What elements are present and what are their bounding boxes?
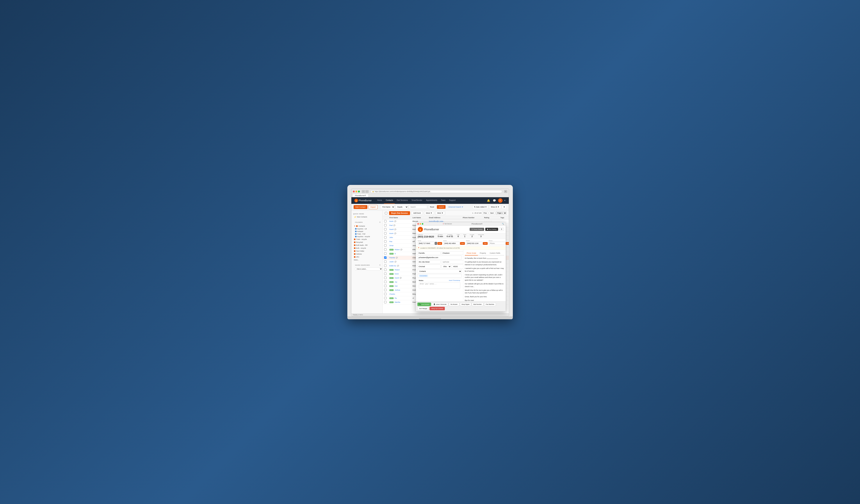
close-button[interactable] [353,191,355,192]
contact-first-name-link[interactable]: Marsha [395,301,400,303]
phone-input-2[interactable] [443,242,460,245]
folders-settings-icon[interactable]: ⚙ [379,221,381,223]
more-button[interactable]: More ▼ [435,211,445,215]
tab-custom-fields[interactable]: Custom Fields [488,251,502,256]
show-count-button[interactable]: Show 25 ▼ [489,205,501,209]
last-name-field[interactable] [441,251,463,255]
tag-input-area[interactable]: Convention [417,274,462,277]
next-page-button[interactable]: Next [489,212,495,215]
saved-searches-gear-icon[interactable]: ⚙ [379,264,381,266]
minimize-button[interactable] [356,191,357,192]
folder-jrc[interactable]: JRC [352,256,383,258]
user-dropdown-icon[interactable]: ▼ [504,199,506,201]
phone-toggle-1[interactable]: • [435,242,437,245]
busy-signal-button[interactable]: Busy Signal [460,303,471,306]
subfolder-trials-pull[interactable]: Trials - Pull [353,233,383,235]
import-button[interactable]: Import [369,205,378,209]
saved-searches-select[interactable]: Click to select... [355,268,383,271]
state-select[interactable]: Ohio [441,264,451,269]
folder-bulk-recycle[interactable]: Bulk - recycle [352,247,383,249]
hang-up-delete-button[interactable]: Hang Up & Delete [430,307,445,310]
row-checkbox[interactable] [384,236,387,239]
refresh-button[interactable]: ↻ [504,190,507,193]
no-answer-button[interactable]: No Answer [449,303,459,306]
search-button[interactable]: Search [437,205,446,209]
apt-suite-field[interactable] [441,260,463,264]
row-checkbox[interactable] [384,264,387,267]
row-checkbox[interactable] [384,260,387,263]
notification-bell-icon[interactable]: 🔔 [486,198,491,203]
row-checkbox[interactable] [384,277,387,279]
row-checkbox[interactable] [384,269,387,271]
contact-first-name-link[interactable]: Robert [395,249,400,250]
leave-voicemail-button[interactable]: 📱 Leave Voicemail [432,303,448,306]
contact-first-name-link[interactable]: John [389,236,393,239]
col-last-name[interactable]: Last Name [411,216,428,219]
address-field[interactable] [417,260,441,264]
folder-trials-recycle[interactable]: Trials - recycle [352,238,383,241]
subfolder-inquiries-recycle[interactable]: Inquiries - recycle [353,235,383,238]
contact-first-name-link[interactable]: Kevin [389,232,394,234]
nav-item-appointments[interactable]: Appointments [424,197,439,204]
contact-first-name-link[interactable]: Joshua [395,289,400,291]
contact-first-name-link[interactable]: Pamela [389,257,395,259]
add-contact-button[interactable]: Add Contact [354,205,368,209]
nav-item-support[interactable]: Support [447,197,458,204]
row-checkbox[interactable] [384,244,387,247]
row-checkbox[interactable] [384,232,387,234]
contact-first-name-link[interactable]: Robert [395,269,400,271]
col-rating[interactable]: Rating [483,216,499,219]
advanced-search-button[interactable]: Advanced Search ▼ [447,205,465,208]
popup-close-dot[interactable] [417,223,419,225]
date-added-button[interactable]: ⇅ Date Added ▼ [472,205,488,209]
begin-dial-session-button[interactable]: Begin Dial-Session [389,211,410,215]
folder-contacts[interactable]: ▼ Contacts [352,225,383,228]
dial-button-1[interactable]: Dial [438,242,442,245]
row-checkbox[interactable] [384,220,387,222]
folder-more[interactable]: More... [352,258,383,261]
contact-first-name-link[interactable]: Ra [395,297,397,299]
tab-property[interactable]: Property [478,251,488,256]
email-field[interactable] [417,256,462,259]
dial-button-2[interactable]: Dial [460,242,465,245]
phone-input-4[interactable] [489,242,505,245]
row-checkbox[interactable] [384,253,387,255]
contact-first-name-link[interactable]: Omar [389,245,394,246]
select-all-checkbox[interactable] [385,212,387,214]
contact-first-name-link[interactable]: David [389,229,394,230]
row-checkbox[interactable] [384,273,387,275]
filter-field-select[interactable]: First Name Last Name Email [380,205,395,209]
contact-first-name-link[interactable]: Charles [389,293,395,295]
contact-first-name-link[interactable]: Justin [389,261,394,263]
col-phone[interactable]: Phone Number [461,216,483,219]
col-tags[interactable]: Tags [499,216,509,219]
contact-first-name-link[interactable]: Kevin [389,220,394,222]
pause-dialing-button[interactable]: ⏸ Pause Dialing [470,228,484,231]
nav-item-contacts[interactable]: Contacts [384,197,395,204]
zip-field[interactable] [452,264,463,269]
city-field[interactable] [417,264,441,269]
row-checkbox[interactable] [384,248,387,251]
folder-test[interactable]: Test Folder [352,249,383,253]
just-hangup-button[interactable]: Just Hangup [417,307,429,310]
col-first-name[interactable]: First Name [388,216,411,219]
row-checkbox[interactable] [384,297,387,299]
col-email[interactable]: Email Address [428,216,461,219]
first-name-field[interactable] [417,251,441,255]
dial-button-3[interactable]: Dial [483,242,488,245]
nav-item-team[interactable]: Team [439,197,447,204]
phone-input-3[interactable] [466,242,483,245]
search-input[interactable] [409,205,427,209]
folder-recycled[interactable]: Recycled [352,241,383,244]
settings-button[interactable]: ⚙ [502,205,506,209]
forward-button[interactable]: › [366,190,369,193]
row-checkbox[interactable] [384,281,387,283]
folder-bulk-leads-rr[interactable]: Bulk leads - RR [352,244,383,247]
row-checkbox[interactable] [384,285,387,287]
popup-search-button[interactable]: 🔍 [502,223,504,225]
page-select[interactable]: Page 1 Page 2 [496,211,506,215]
contact-first-name-link[interactable]: Dan [395,285,398,287]
row-checkbox[interactable] [384,228,387,230]
user-avatar[interactable]: K [498,198,503,203]
insert-timestamp-button[interactable]: Insert Timestamp [449,279,460,281]
